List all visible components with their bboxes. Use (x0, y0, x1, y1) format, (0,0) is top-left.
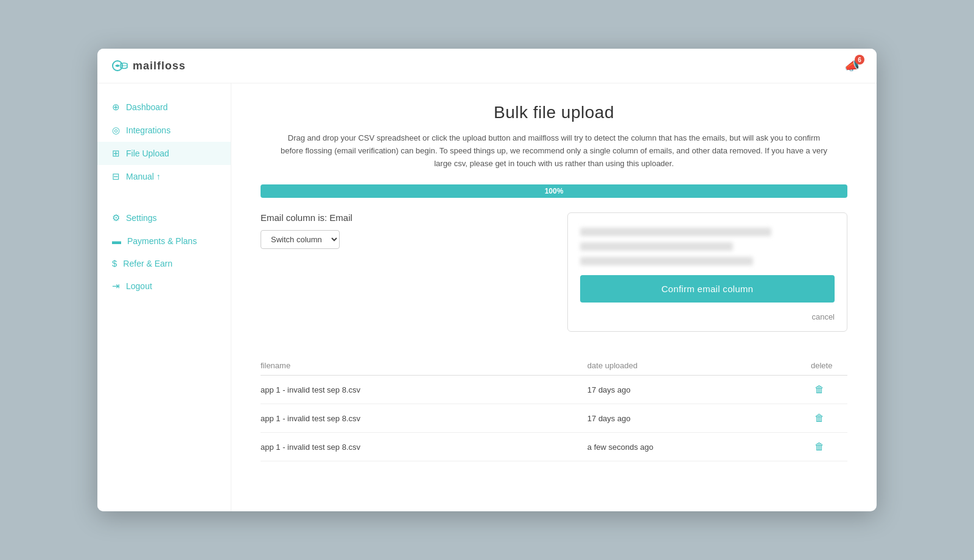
email-column-label: Email column is: Email (261, 212, 548, 223)
sidebar: ⊕ Dashboard ◎ Integrations ⊞ File Upload… (97, 83, 231, 511)
delete-button[interactable]: 🗑 (811, 440, 828, 453)
table-body: app 1 - invalid test sep 8.csv 17 days a… (261, 376, 847, 461)
files-table: filename date uploaded delete app 1 - in… (261, 356, 847, 461)
preview-email-blurred-2 (580, 242, 733, 251)
file-upload-icon: ⊞ (112, 148, 120, 159)
logo-text: mailfloss (133, 60, 186, 72)
table-row: app 1 - invalid test sep 8.csv 17 days a… (261, 404, 847, 433)
preview-email-blurred-3 (580, 257, 753, 265)
sidebar-item-file-upload[interactable]: ⊞ File Upload (97, 142, 231, 165)
progress-bar-fill: 100% (261, 184, 847, 198)
progress-label: 100% (545, 187, 564, 195)
header: mailfloss 📣 6 (97, 49, 877, 83)
dashboard-icon: ⊕ (112, 102, 120, 113)
page-title: Bulk file upload (261, 103, 847, 122)
refer-icon: $ (112, 258, 117, 268)
table-header: filename date uploaded delete (261, 356, 847, 376)
table-row: app 1 - invalid test sep 8.csv 17 days a… (261, 376, 847, 404)
delete-cell: 🗑 (811, 433, 847, 461)
app-window: mailfloss 📣 6 ⊕ Dashboard ◎ Integrations… (97, 49, 877, 511)
preview-card: Confirm email column cancel (567, 212, 847, 332)
delete-cell: 🗑 (811, 404, 847, 433)
sidebar-item-refer[interactable]: $ Refer & Earn (97, 252, 231, 275)
sidebar-item-logout[interactable]: ⇥ Logout (97, 275, 231, 298)
manual-icon: ⊟ (112, 171, 120, 182)
date-uploaded-cell: 17 days ago (587, 404, 811, 433)
sidebar-item-label: Manual ↑ (126, 172, 161, 181)
page-description: Drag and drop your CSV spreadsheet or cl… (280, 132, 828, 170)
cancel-link[interactable]: cancel (580, 312, 835, 321)
email-column-left: Email column is: Email Switch column (261, 212, 548, 249)
sidebar-item-settings[interactable]: ⚙ Settings (97, 206, 231, 229)
settings-icon: ⚙ (112, 212, 120, 223)
table-row: app 1 - invalid test sep 8.csv a few sec… (261, 433, 847, 461)
delete-cell: 🗑 (811, 376, 847, 404)
sidebar-item-dashboard[interactable]: ⊕ Dashboard (97, 96, 231, 119)
integrations-icon: ◎ (112, 125, 120, 136)
switch-column-select[interactable]: Switch column (261, 230, 340, 249)
delete-header: delete (811, 356, 847, 376)
notification-badge: 6 (855, 55, 864, 65)
sidebar-item-label: Logout (126, 281, 152, 291)
sidebar-item-label: Payments & Plans (127, 236, 197, 246)
confirm-email-column-button[interactable]: Confirm email column (580, 275, 835, 303)
sidebar-item-label: File Upload (126, 149, 169, 158)
progress-bar-container: 100% (261, 184, 847, 198)
sidebar-item-payments[interactable]: ▬ Payments & Plans (97, 229, 231, 252)
notification-button[interactable]: 📣 6 (842, 56, 862, 75)
delete-button[interactable]: 🗑 (811, 383, 828, 396)
main-layout: ⊕ Dashboard ◎ Integrations ⊞ File Upload… (97, 83, 877, 511)
payments-icon: ▬ (112, 236, 121, 246)
table-header-row: filename date uploaded delete (261, 356, 847, 376)
sidebar-item-integrations[interactable]: ◎ Integrations (97, 119, 231, 142)
sidebar-item-manual[interactable]: ⊟ Manual ↑ (97, 165, 231, 188)
preview-emails (580, 228, 835, 265)
sidebar-item-label: Refer & Earn (123, 259, 172, 268)
logo-icon (112, 60, 129, 71)
date-uploaded-header: date uploaded (587, 356, 811, 376)
file-name-cell: app 1 - invalid test sep 8.csv (261, 433, 587, 461)
sidebar-item-label: Settings (126, 213, 157, 223)
main-content: Bulk file upload Drag and drop your CSV … (231, 83, 877, 511)
file-name-cell: app 1 - invalid test sep 8.csv (261, 376, 587, 404)
email-column-section: Email column is: Email Switch column Con… (261, 212, 847, 332)
sidebar-item-label: Integrations (126, 125, 170, 135)
filename-header: filename (261, 356, 587, 376)
file-name-cell: app 1 - invalid test sep 8.csv (261, 404, 587, 433)
logo: mailfloss (112, 60, 186, 72)
date-uploaded-cell: 17 days ago (587, 376, 811, 404)
delete-button[interactable]: 🗑 (811, 411, 828, 425)
logout-icon: ⇥ (112, 281, 120, 292)
sidebar-item-label: Dashboard (126, 102, 168, 112)
date-uploaded-cell: a few seconds ago (587, 433, 811, 461)
preview-email-blurred-1 (580, 228, 771, 236)
